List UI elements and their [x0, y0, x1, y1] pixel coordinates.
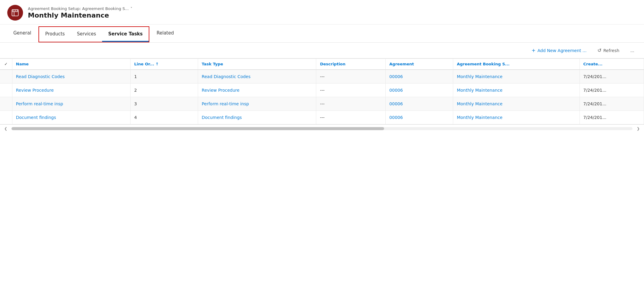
row-checkbox[interactable]	[0, 84, 12, 97]
cell-booking_setup[interactable]: Monthly Maintenance	[453, 84, 579, 97]
cell-line_order: 2	[131, 84, 198, 97]
more-icon: ...	[630, 48, 634, 53]
page-title: Monthly Maintenance	[28, 12, 132, 19]
col-created[interactable]: Create...	[579, 59, 644, 70]
header-text: Agreement Booking Setup: Agreement Booki…	[28, 6, 132, 19]
tabs-bar: General Products Services Service Tasks …	[0, 25, 644, 43]
cell-task_type[interactable]: Document findings	[198, 111, 316, 124]
more-options-button[interactable]: ...	[628, 47, 637, 54]
svg-point-3	[12, 10, 14, 11]
cell-line_order: 1	[131, 70, 198, 84]
cell-booking_setup[interactable]: Monthly Maintenance	[453, 111, 579, 124]
row-checkbox[interactable]	[0, 111, 12, 124]
cell-booking_setup[interactable]: Monthly Maintenance	[453, 70, 579, 84]
cell-description: ---	[316, 84, 386, 97]
tab-general[interactable]: General	[7, 26, 37, 41]
scrollbar-area: ❮ ❯	[0, 124, 644, 133]
add-new-button[interactable]: + Add New Agreement ...	[529, 46, 589, 54]
tab-related[interactable]: Related	[151, 26, 180, 41]
breadcrumb[interactable]: Agreement Booking Setup: Agreement Booki…	[28, 6, 132, 11]
cell-created: 7/24/201...	[579, 84, 644, 97]
grid-toolbar: + Add New Agreement ... ↺ Refresh ...	[0, 43, 644, 58]
cell-description: ---	[316, 111, 386, 124]
breadcrumb-text: Agreement Booking Setup: Agreement Booki…	[28, 6, 129, 11]
col-description[interactable]: Description	[316, 59, 386, 70]
svg-point-4	[15, 10, 16, 11]
add-new-label: Add New Agreement ...	[537, 48, 586, 53]
row-checkbox[interactable]	[0, 70, 12, 84]
scrollbar-track[interactable]	[12, 127, 632, 130]
data-grid: ✓ Name Line Or... ↑ Task Type Descriptio…	[0, 58, 644, 124]
app-icon	[7, 5, 23, 21]
table-row[interactable]: Perform real-time insp3Perform real-time…	[0, 97, 644, 111]
row-checkbox[interactable]	[0, 97, 12, 111]
svg-point-5	[17, 10, 18, 11]
col-booking-setup[interactable]: Agreement Booking S...	[453, 59, 579, 70]
cell-name[interactable]: Read Diagnostic Codes	[12, 70, 131, 84]
scroll-left-arrow[interactable]: ❮	[2, 126, 9, 131]
refresh-icon: ↺	[597, 48, 601, 53]
cell-booking_setup[interactable]: Monthly Maintenance	[453, 97, 579, 111]
scroll-right-arrow[interactable]: ❯	[635, 126, 642, 131]
refresh-button[interactable]: ↺ Refresh	[595, 46, 622, 54]
col-agreement[interactable]: Agreement	[386, 59, 453, 70]
col-line-order[interactable]: Line Or... ↑	[131, 59, 198, 70]
cell-task_type[interactable]: Read Diagnostic Codes	[198, 70, 316, 84]
cell-line_order: 3	[131, 97, 198, 111]
refresh-label: Refresh	[603, 48, 619, 53]
cell-agreement[interactable]: 00006	[386, 111, 453, 124]
tab-services[interactable]: Services	[71, 27, 102, 42]
cell-task_type[interactable]: Review Procedure	[198, 84, 316, 97]
chevron-down-icon[interactable]: ˅	[131, 7, 132, 11]
cell-task_type[interactable]: Perform real-time insp	[198, 97, 316, 111]
cell-agreement[interactable]: 00006	[386, 97, 453, 111]
col-name[interactable]: Name	[12, 59, 131, 70]
cell-name[interactable]: Document findings	[12, 111, 131, 124]
grid-body: Read Diagnostic Codes1Read Diagnostic Co…	[0, 70, 644, 124]
tab-service-tasks[interactable]: Service Tasks	[102, 27, 149, 42]
app-header: Agreement Booking Setup: Agreement Booki…	[0, 0, 644, 25]
content-area: + Add New Agreement ... ↺ Refresh ... ✓ …	[0, 43, 644, 133]
cell-line_order: 4	[131, 111, 198, 124]
cell-description: ---	[316, 70, 386, 84]
tab-products[interactable]: Products	[39, 27, 71, 42]
table-row[interactable]: Review Procedure2Review Procedure---0000…	[0, 84, 644, 97]
col-task-type[interactable]: Task Type	[198, 59, 316, 70]
cell-created: 7/24/201...	[579, 97, 644, 111]
col-check[interactable]: ✓	[0, 59, 12, 70]
cell-description: ---	[316, 97, 386, 111]
plus-icon: +	[532, 48, 536, 53]
tabs-highlight-group: Products Services Service Tasks	[38, 26, 149, 42]
table-row[interactable]: Document findings4Document findings---00…	[0, 111, 644, 124]
cell-created: 7/24/201...	[579, 111, 644, 124]
cell-agreement[interactable]: 00006	[386, 70, 453, 84]
table-row[interactable]: Read Diagnostic Codes1Read Diagnostic Co…	[0, 70, 644, 84]
grid-header: ✓ Name Line Or... ↑ Task Type Descriptio…	[0, 59, 644, 70]
scrollbar-thumb[interactable]	[12, 127, 384, 130]
cell-agreement[interactable]: 00006	[386, 84, 453, 97]
cell-name[interactable]: Perform real-time insp	[12, 97, 131, 111]
cell-name[interactable]: Review Procedure	[12, 84, 131, 97]
cell-created: 7/24/201...	[579, 70, 644, 84]
